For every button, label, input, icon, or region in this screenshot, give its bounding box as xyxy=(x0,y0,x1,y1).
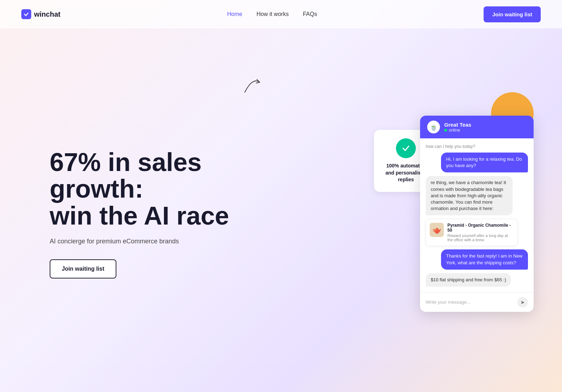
nav-faqs[interactable]: FAQs xyxy=(303,11,317,17)
chat-input-placeholder[interactable]: Write your message... xyxy=(426,299,514,305)
hero-title: 67% in sales growth: win the AI race xyxy=(50,149,229,230)
user-message-2: Thanks for the fast reply! I am in New Y… xyxy=(441,249,528,269)
system-message: how can I help you today? xyxy=(426,144,528,149)
arrow-decoration xyxy=(241,74,263,98)
chat-body: how can I help you today? Hi, I am looki… xyxy=(420,138,534,292)
join-waiting-list-hero-button[interactable]: Join waiting list xyxy=(50,259,116,278)
user-message-1: Hi, I am looking for a relaxing tea. Do … xyxy=(441,153,528,172)
chat-footer: Write your message... ➤ xyxy=(420,292,534,312)
nav-links: Home How it works FAQs xyxy=(227,11,317,17)
message-row-3: Thanks for the fast reply! I am in New Y… xyxy=(426,249,528,269)
chat-brand-name: Great Teas xyxy=(444,122,527,128)
logo-icon xyxy=(21,9,31,19)
hero-section: 67% in sales growth: win the AI race AI … xyxy=(0,0,562,392)
navbar: winchat Home How it works FAQs Join wait… xyxy=(0,0,562,28)
chat-header: 🍵 Great Teas online xyxy=(420,116,534,138)
chat-window: 🍵 Great Teas online how can I help you t… xyxy=(420,116,534,312)
chat-online-status: online xyxy=(444,128,527,133)
message-row-1: Hi, I am looking for a relaxing tea. Do … xyxy=(426,153,528,172)
hero-text: 67% in sales growth: win the AI race AI … xyxy=(50,149,229,279)
check-circle-icon xyxy=(396,138,416,158)
bot-message-1: re thing, we have a chamomile tea! It co… xyxy=(426,176,513,215)
product-image: 🫖 xyxy=(430,223,444,237)
product-description: Reward yourself after a long day at the … xyxy=(447,233,514,242)
product-info: Pyramid - Organic Chamomile - 50 Reward … xyxy=(447,223,514,242)
logo-text: winchat xyxy=(34,10,60,18)
chat-section: 100% automated and personalised replies … xyxy=(420,116,534,312)
online-dot xyxy=(444,129,447,132)
send-button[interactable]: ➤ xyxy=(517,297,528,308)
product-name: Pyramid - Organic Chamomile - 50 xyxy=(447,223,514,233)
product-card: 🫖 Pyramid - Organic Chamomile - 50 Rewar… xyxy=(426,219,518,246)
hero-subtitle: AI concierge for premium eCommerce brand… xyxy=(50,238,229,245)
hero-content: 67% in sales growth: win the AI race AI … xyxy=(0,28,562,392)
join-waiting-list-nav-button[interactable]: Join waiting list xyxy=(484,6,541,22)
nav-home[interactable]: Home xyxy=(227,11,242,17)
message-row-4: $10 flat shipping and free from $65 :) xyxy=(426,273,528,287)
message-row-2: re thing, we have a chamomile tea! It co… xyxy=(426,176,528,215)
bot-message-2: $10 flat shipping and free from $65 :) xyxy=(426,273,511,287)
nav-how-it-works[interactable]: How it works xyxy=(257,11,289,17)
logo[interactable]: winchat xyxy=(21,9,60,19)
chat-header-info: Great Teas online xyxy=(444,122,527,133)
chat-avatar: 🍵 xyxy=(427,121,440,133)
